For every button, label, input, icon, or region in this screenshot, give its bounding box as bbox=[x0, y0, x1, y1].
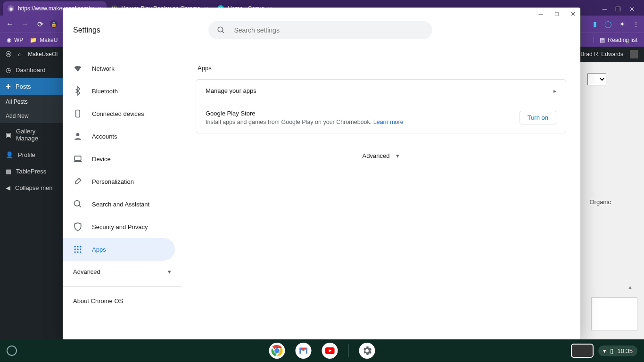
nav-label: Accounts bbox=[92, 133, 117, 140]
nav-network[interactable]: Network bbox=[63, 57, 175, 80]
maximize-icon[interactable]: □ bbox=[553, 10, 561, 17]
lock-icon[interactable]: 🔒 bbox=[50, 20, 58, 28]
chevron-down-icon: ▾ bbox=[396, 152, 399, 159]
docs-icon[interactable]: ▮ bbox=[593, 20, 597, 28]
search-input[interactable] bbox=[233, 26, 424, 34]
nav-label: Device bbox=[92, 156, 111, 163]
user-greeting[interactable]: , Brad R. Edwards bbox=[578, 51, 623, 58]
nav-label: Bluetooth bbox=[92, 88, 118, 95]
devices-icon bbox=[73, 109, 83, 118]
text-label: Organic bbox=[589, 198, 611, 206]
wp-sidebar: ◷ Dashboard ✚ Posts All Posts Add New ▣ … bbox=[0, 62, 63, 339]
chevron-up-icon[interactable]: ▲ bbox=[627, 284, 633, 290]
sidebar-item-gallery[interactable]: ▣ Gallery Manage bbox=[0, 123, 63, 147]
youtube-icon[interactable] bbox=[322, 343, 338, 359]
back-button[interactable]: ← bbox=[5, 20, 15, 28]
sidebar-item-dashboard[interactable]: ◷ Dashboard bbox=[0, 62, 63, 78]
settings-icon[interactable] bbox=[359, 343, 375, 359]
nav-label: Advanced bbox=[73, 268, 100, 275]
svg-rect-2 bbox=[76, 110, 80, 117]
user-icon: 👤 bbox=[6, 151, 13, 158]
bluetooth-icon bbox=[73, 86, 83, 96]
svg-point-12 bbox=[77, 248, 78, 250]
svg-line-1 bbox=[223, 31, 224, 33]
nav-personalization[interactable]: Personalization bbox=[63, 170, 175, 193]
sidebar-subitem-add-new[interactable]: Add New bbox=[0, 109, 63, 123]
nav-advanced-toggle[interactable]: Advanced ▾ bbox=[63, 261, 182, 282]
sidebar-submenu: All Posts Add New bbox=[0, 95, 63, 123]
sidebar-item-tablepress[interactable]: ▦ TablePress bbox=[0, 163, 63, 180]
nav-security-privacy[interactable]: Security and Privacy bbox=[63, 215, 175, 238]
minimize-icon[interactable]: ─ bbox=[537, 10, 545, 17]
wordpress-icon[interactable]: ⓦ bbox=[6, 50, 11, 58]
turn-on-button[interactable]: Turn on bbox=[520, 111, 556, 124]
manage-apps-row[interactable]: Manage your apps ▸ bbox=[196, 80, 566, 102]
system-tray[interactable]: ▾ ▯ 10:35 bbox=[571, 344, 637, 358]
pin-icon: ✚ bbox=[6, 83, 11, 90]
settings-header: Settings bbox=[63, 8, 580, 53]
nav-label: Apps bbox=[92, 246, 106, 253]
image-icon: ▣ bbox=[6, 132, 11, 139]
divider bbox=[63, 286, 182, 287]
bookmark-folder[interactable]: 📁 MakeU bbox=[30, 37, 58, 43]
window-controls: ─ □ ✕ bbox=[537, 10, 577, 17]
brush-icon bbox=[73, 177, 83, 186]
sidebar-item-collapse[interactable]: ◀ Collapse men bbox=[0, 180, 63, 196]
window-controls: ─ ❐ ✕ bbox=[603, 6, 641, 16]
extension-icon[interactable]: ◯ bbox=[604, 20, 612, 28]
menu-icon[interactable]: ⋮ bbox=[633, 20, 639, 28]
launcher-button[interactable] bbox=[7, 346, 17, 356]
svg-point-14 bbox=[74, 251, 76, 253]
sidebar-item-label: Posts bbox=[16, 83, 31, 90]
chrome-icon[interactable] bbox=[269, 343, 285, 359]
nav-label: Search and Assistant bbox=[92, 201, 149, 208]
shelf-apps bbox=[269, 343, 375, 359]
nav-label: Security and Privacy bbox=[92, 223, 148, 230]
nav-connected-devices[interactable]: Connected devices bbox=[63, 102, 175, 125]
nav-apps[interactable]: Apps bbox=[63, 238, 175, 261]
nav-about[interactable]: About Chrome OS bbox=[63, 290, 182, 311]
minimize-icon[interactable]: ─ bbox=[603, 6, 607, 13]
close-icon[interactable]: ✕ bbox=[629, 6, 635, 13]
maximize-icon[interactable]: ❐ bbox=[615, 6, 621, 13]
nav-search-assistant[interactable]: Search and Assistant bbox=[63, 193, 175, 215]
extensions-icon[interactable]: ✦ bbox=[619, 20, 625, 28]
forward-button[interactable]: → bbox=[20, 20, 30, 28]
reload-button[interactable]: ⟳ bbox=[35, 20, 45, 29]
globe-icon: ◉ bbox=[8, 5, 14, 12]
nav-label: Connected devices bbox=[92, 110, 144, 117]
svg-rect-4 bbox=[74, 156, 81, 160]
shield-icon bbox=[73, 222, 83, 231]
text-box[interactable] bbox=[591, 297, 637, 330]
sidebar-item-label: Gallery Manage bbox=[16, 128, 57, 142]
home-icon[interactable]: ⌂ bbox=[18, 51, 21, 58]
bookmark-item[interactable]: ◉ WP bbox=[7, 37, 23, 43]
bookmark-label: WP bbox=[14, 37, 23, 43]
svg-line-7 bbox=[79, 206, 81, 207]
nav-accounts[interactable]: Accounts bbox=[63, 125, 175, 148]
apps-card: Manage your apps ▸ Google Play Store Ins… bbox=[196, 79, 566, 133]
svg-point-0 bbox=[218, 27, 223, 32]
search-box[interactable] bbox=[208, 21, 432, 39]
settings-nav: Network Bluetooth Connected devices Acco… bbox=[63, 53, 182, 339]
window-preview[interactable] bbox=[571, 344, 594, 358]
learn-more-link[interactable]: Learn more bbox=[373, 119, 404, 125]
sidebar-item-posts[interactable]: ✚ Posts bbox=[0, 78, 63, 95]
advanced-toggle[interactable]: Advanced ▾ bbox=[196, 152, 566, 159]
row-title: Manage your apps bbox=[206, 87, 553, 94]
status-area[interactable]: ▾ ▯ 10:35 bbox=[598, 346, 637, 356]
close-icon[interactable]: ✕ bbox=[569, 10, 577, 17]
section-title: Apps bbox=[198, 65, 564, 72]
person-icon bbox=[73, 132, 83, 141]
nav-device[interactable]: Device bbox=[63, 148, 175, 170]
battery-icon: ▯ bbox=[610, 347, 613, 354]
avatar[interactable] bbox=[630, 50, 638, 58]
select-dropdown[interactable] bbox=[587, 73, 606, 85]
reading-list-button[interactable]: ▤ Reading list bbox=[594, 37, 637, 43]
sidebar-item-profile[interactable]: 👤 Profile bbox=[0, 147, 63, 163]
gmail-icon[interactable] bbox=[296, 343, 312, 359]
site-name[interactable]: MakeUseOf bbox=[28, 51, 58, 58]
nav-bluetooth[interactable]: Bluetooth bbox=[63, 80, 175, 102]
sidebar-subitem-all-posts[interactable]: All Posts bbox=[0, 95, 63, 109]
laptop-icon bbox=[73, 154, 83, 164]
